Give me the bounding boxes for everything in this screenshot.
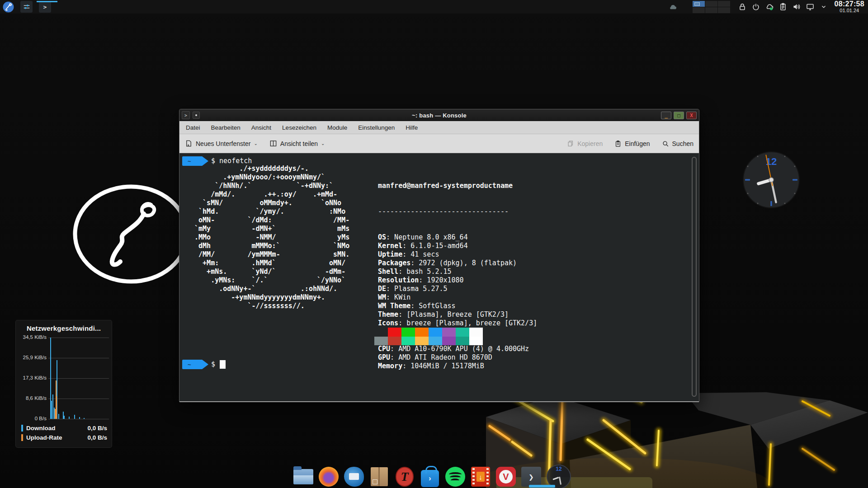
menu-item-ansicht[interactable]: Ansicht: [251, 124, 271, 131]
new-tab-caret-icon: ⌄: [254, 141, 257, 146]
dock-konsole[interactable]: ❯: [521, 466, 542, 487]
search-button[interactable]: Suchen: [662, 140, 693, 147]
neofetch-field: Resolution: 868x488: [378, 276, 537, 285]
menu-item-einstellungen[interactable]: Einstellungen: [358, 124, 395, 131]
dock-firefox[interactable]: [318, 466, 339, 487]
konsole-task-button[interactable]: >: [39, 1, 51, 13]
toolbar: Neues Unterfenster ⌄ Ansicht teilen ⌄ Ko…: [179, 134, 699, 153]
palette-swatch: [442, 328, 456, 337]
clipboard-icon[interactable]: [778, 2, 788, 12]
virtual-desktop-pager[interactable]: [693, 1, 730, 13]
network-legend: Download0,0 B/sUpload-Rate0,0 B/s: [21, 423, 107, 442]
palette-swatch: [456, 337, 469, 346]
palette-swatch: [388, 337, 401, 346]
analog-clock-widget[interactable]: 12: [742, 150, 801, 209]
weather-cloud-icon[interactable]: [668, 2, 678, 12]
virtual-desktop-1[interactable]: [693, 1, 705, 7]
lock-icon[interactable]: [738, 2, 747, 12]
spotify-icon: [445, 467, 465, 487]
terminal-view[interactable]: ~ $ neofetch ./+sydddddddys/-. .+ymNNdyo…: [179, 153, 699, 401]
palette-swatch: [415, 328, 429, 337]
news-icon: T: [396, 467, 414, 487]
neofetch-field: WM: KWin: [378, 293, 537, 302]
dock-news-reader[interactable]: T: [394, 466, 415, 487]
neofetch-field: Theme: [Plasma], Breeze [GTK2/3]: [378, 310, 537, 319]
cloud-sync-icon[interactable]: [765, 2, 774, 12]
app-launcher-button[interactable]: [3, 1, 14, 13]
panel-time: 08:27:58: [835, 0, 864, 8]
virtual-desktop-4[interactable]: [693, 7, 705, 13]
dock-active-indicator: [529, 485, 555, 488]
panel-right: 08:27:58 01.01.24: [668, 0, 868, 14]
neofetch-field: OS: Neptune 8.0 x86_64: [378, 233, 537, 242]
neofetch-field: Uptime: 41 secs: [378, 250, 537, 259]
window-bottom-edge: [179, 401, 699, 402]
dock-media-downloader[interactable]: ↓: [470, 466, 491, 487]
panel-clock[interactable]: 08:27:58 01.01.24: [833, 0, 864, 13]
split-view-button[interactable]: Ansicht teilen ⌄: [269, 140, 325, 147]
neofetch-field: GPU: AMD ATI Radeon HD 8670D: [378, 353, 537, 362]
network-widget-title: Netzwerkgeschwindi...: [16, 324, 112, 332]
neptune-desktop-logo: [71, 183, 191, 285]
legend-row: Download0,0 B/s: [21, 423, 107, 433]
desktop: >: [0, 0, 868, 488]
dock-file-manager[interactable]: [293, 466, 314, 487]
virtual-desktop-3[interactable]: [718, 1, 730, 7]
neofetch-header: manfred@manfred-systemproductname: [378, 182, 537, 190]
menu-item-module[interactable]: Module: [327, 124, 347, 131]
firefox-icon: [319, 467, 339, 487]
chart-spike: [58, 414, 59, 419]
menu-item-lesezeichen[interactable]: Lesezeichen: [282, 124, 316, 131]
panel-left: >: [0, 1, 51, 13]
top-panel: >: [0, 0, 868, 14]
konsole-window: > ~: bash — Konsole _ □ X DateiBearbeite…: [179, 109, 699, 402]
dock-thunderbird[interactable]: [344, 466, 364, 487]
split-view-caret-icon: ⌄: [321, 141, 325, 146]
chart-y-label: 34,5 KiB/s: [19, 334, 47, 340]
new-tab-button[interactable]: Neues Unterfenster ⌄: [185, 140, 258, 147]
copy-button[interactable]: Kopieren: [567, 140, 603, 147]
virtual-desktop-6[interactable]: [718, 7, 730, 13]
close-button[interactable]: X: [686, 112, 697, 119]
palette-swatch: [374, 337, 388, 346]
network-chart-spikes: [49, 338, 109, 419]
palette-swatch: [401, 337, 415, 346]
network-speed-widget[interactable]: Netzwerkgeschwindi... 34,5 KiB/s25,9 KiB…: [15, 320, 112, 448]
tray-sliders-button[interactable]: [20, 1, 33, 13]
dock-vivaldi[interactable]: V: [495, 466, 516, 487]
menu-item-datei[interactable]: Datei: [186, 124, 200, 131]
maximize-button[interactable]: □: [674, 112, 684, 119]
display-icon[interactable]: [806, 2, 815, 12]
neofetch-field: CPU: AMD A10-6790K APU (4) @ 4.000GHz: [378, 345, 537, 353]
dock-discover[interactable]: ›: [420, 466, 440, 487]
vivaldi-icon: V: [496, 467, 516, 487]
chart-spike: [74, 415, 75, 419]
palette-swatch: [429, 328, 442, 337]
neofetch-field: WM Theme: SoftGlass: [378, 302, 537, 310]
dock-spotify[interactable]: [445, 466, 466, 487]
menu-item-hilfe[interactable]: Hilfe: [406, 124, 418, 131]
virtual-desktop-5[interactable]: [705, 7, 717, 13]
chart-y-label: 17,3 KiB/s: [19, 375, 47, 380]
menu-item-bearbeiten[interactable]: Bearbeiten: [211, 124, 241, 131]
titlebar[interactable]: > ~: bash — Konsole _ □ X: [179, 109, 699, 121]
chart-spike: [79, 417, 80, 419]
palette-swatch: [415, 337, 429, 346]
neofetch-field: Icons: breeze [Plasma], breeze [GTK2/3]: [378, 319, 537, 328]
volume-icon[interactable]: [792, 2, 802, 12]
dock-clock[interactable]: 12: [546, 466, 571, 487]
downloader-icon: ↓: [471, 467, 490, 487]
paste-button[interactable]: Einfügen: [614, 140, 650, 147]
palette-swatch: [469, 337, 483, 346]
power-icon[interactable]: [751, 2, 761, 12]
dock-package-tool[interactable]: [369, 466, 390, 487]
neofetch-field: Memory: 1046MiB / 15178MiB: [378, 362, 537, 371]
palette-swatch: [401, 328, 415, 337]
terminal-scrollbar[interactable]: [692, 157, 697, 397]
chevron-down-icon[interactable]: [819, 2, 829, 12]
virtual-desktop-2[interactable]: [705, 1, 717, 7]
chart-spike: [56, 396, 57, 419]
chart-spike: [69, 417, 70, 419]
minimize-button[interactable]: _: [661, 112, 671, 119]
neofetch-separator: --------------------------------: [378, 207, 537, 216]
